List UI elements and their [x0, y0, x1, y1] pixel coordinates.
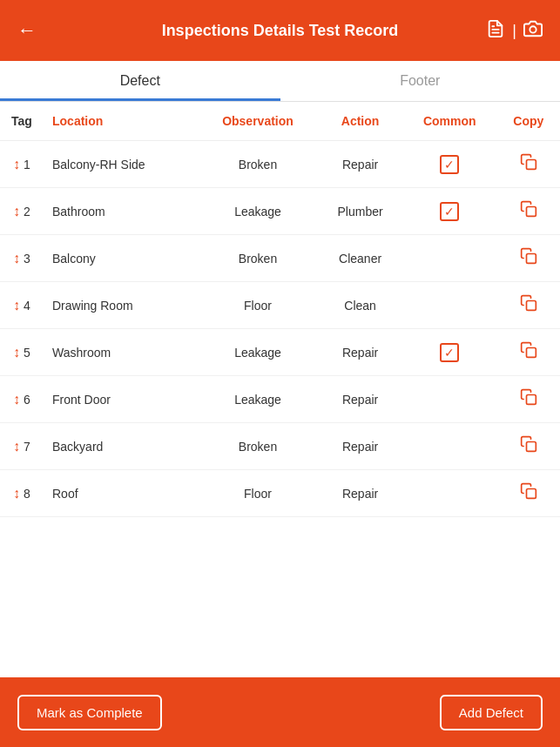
tab-defect[interactable]: Defect	[0, 61, 280, 101]
table-row[interactable]: ↕2BathroomLeakagePlumber✓	[0, 188, 560, 235]
cell-common[interactable]: ✓	[402, 141, 497, 188]
row-arrow-icon: ↕	[13, 298, 20, 313]
cell-action: Repair	[318, 141, 402, 188]
copy-icon[interactable]	[520, 392, 537, 409]
cell-copy[interactable]	[497, 423, 560, 470]
cell-location: Balcony	[44, 235, 198, 282]
table-row[interactable]: ↕5WashroomLeakageRepair✓	[0, 329, 560, 376]
cell-action: Clean	[318, 282, 402, 329]
main-content: Tag Location Observation Action Common C…	[0, 102, 560, 718]
footer-bar: Mark as Complete Add Defect	[0, 677, 560, 747]
svg-rect-4	[526, 207, 536, 217]
add-defect-button[interactable]: Add Defect	[440, 695, 543, 730]
common-checkbox-checked[interactable]: ✓	[440, 155, 459, 174]
tab-footer[interactable]: Footer	[280, 61, 561, 101]
back-button[interactable]: ←	[17, 19, 37, 42]
cell-tag: ↕5	[0, 329, 44, 376]
cell-copy[interactable]	[497, 188, 560, 235]
svg-rect-6	[526, 301, 536, 311]
cell-copy[interactable]	[497, 329, 560, 376]
row-number-label: 1	[24, 158, 30, 172]
row-arrow-icon: ↕	[13, 204, 20, 219]
cell-copy[interactable]	[497, 376, 560, 423]
table-row[interactable]: ↕4Drawing RoomFloorClean	[0, 282, 560, 329]
svg-rect-7	[526, 348, 536, 358]
cell-copy[interactable]	[497, 235, 560, 282]
cell-observation: Leakage	[198, 376, 319, 423]
svg-rect-8	[526, 395, 536, 405]
col-action: Action	[318, 102, 402, 141]
row-number-label: 4	[24, 299, 30, 313]
row-number-label: 3	[24, 252, 30, 266]
mark-complete-button[interactable]: Mark as Complete	[17, 695, 162, 730]
document-icon[interactable]	[486, 19, 505, 43]
cell-location: Roof	[44, 470, 198, 517]
cell-common[interactable]	[402, 282, 497, 329]
cell-common[interactable]	[402, 423, 497, 470]
table-row[interactable]: ↕6Front DoorLeakageRepair	[0, 376, 560, 423]
cell-observation: Leakage	[198, 329, 319, 376]
table-row[interactable]: ↕1Balcony-RH SideBrokenRepair✓	[0, 141, 560, 188]
cell-location: Backyard	[44, 423, 198, 470]
cell-observation: Broken	[198, 141, 319, 188]
col-common: Common	[402, 102, 497, 141]
defects-table: Tag Location Observation Action Common C…	[0, 102, 560, 517]
copy-icon[interactable]	[520, 439, 537, 456]
cell-action: Cleaner	[318, 235, 402, 282]
row-arrow-icon: ↕	[13, 439, 20, 454]
copy-icon[interactable]	[520, 345, 537, 362]
copy-icon[interactable]	[520, 298, 537, 315]
svg-rect-5	[526, 254, 536, 264]
copy-icon[interactable]	[520, 204, 537, 221]
row-number-label: 8	[24, 487, 30, 501]
svg-rect-10	[526, 489, 536, 499]
cell-location: Balcony-RH Side	[44, 141, 198, 188]
table-row[interactable]: ↕8RoofFloorRepair	[0, 470, 560, 517]
header-divider: |	[512, 22, 516, 40]
cell-location: Drawing Room	[44, 282, 198, 329]
cell-common[interactable]	[402, 376, 497, 423]
header: ← Inspections Details Test Record |	[0, 0, 560, 61]
tabs: Defect Footer	[0, 61, 560, 102]
header-icons: |	[486, 19, 543, 43]
cell-common[interactable]	[402, 235, 497, 282]
cell-common[interactable]: ✓	[402, 188, 497, 235]
cell-tag: ↕7	[0, 423, 44, 470]
row-arrow-icon: ↕	[13, 392, 20, 407]
copy-icon[interactable]	[520, 486, 537, 503]
common-checkbox-checked[interactable]: ✓	[440, 343, 459, 362]
table-row[interactable]: ↕7BackyardBrokenRepair	[0, 423, 560, 470]
cell-action: Repair	[318, 470, 402, 517]
cell-copy[interactable]	[497, 282, 560, 329]
col-tag: Tag	[0, 102, 44, 141]
svg-rect-3	[526, 160, 536, 170]
cell-common[interactable]	[402, 470, 497, 517]
camera-icon[interactable]	[523, 19, 543, 43]
cell-observation: Broken	[198, 423, 319, 470]
cell-action: Plumber	[318, 188, 402, 235]
row-number-label: 5	[24, 346, 30, 360]
cell-tag: ↕8	[0, 470, 44, 517]
table-row[interactable]: ↕3BalconyBrokenCleaner	[0, 235, 560, 282]
row-number-label: 2	[24, 205, 30, 219]
cell-copy[interactable]	[497, 470, 560, 517]
row-number-label: 7	[24, 440, 30, 454]
cell-observation: Floor	[198, 470, 319, 517]
row-arrow-icon: ↕	[13, 486, 20, 501]
table-container: Tag Location Observation Action Common C…	[0, 102, 560, 517]
cell-location: Bathroom	[44, 188, 198, 235]
cell-action: Repair	[318, 329, 402, 376]
cell-location: Front Door	[44, 376, 198, 423]
cell-action: Repair	[318, 423, 402, 470]
cell-copy[interactable]	[497, 141, 560, 188]
row-arrow-icon: ↕	[13, 251, 20, 266]
cell-observation: Leakage	[198, 188, 319, 235]
row-arrow-icon: ↕	[13, 157, 20, 172]
cell-common[interactable]: ✓	[402, 329, 497, 376]
cell-tag: ↕1	[0, 141, 44, 188]
col-location: Location	[44, 102, 198, 141]
common-checkbox-checked[interactable]: ✓	[440, 202, 459, 221]
col-copy: Copy	[497, 102, 560, 141]
copy-icon[interactable]	[520, 157, 537, 174]
copy-icon[interactable]	[520, 251, 537, 268]
